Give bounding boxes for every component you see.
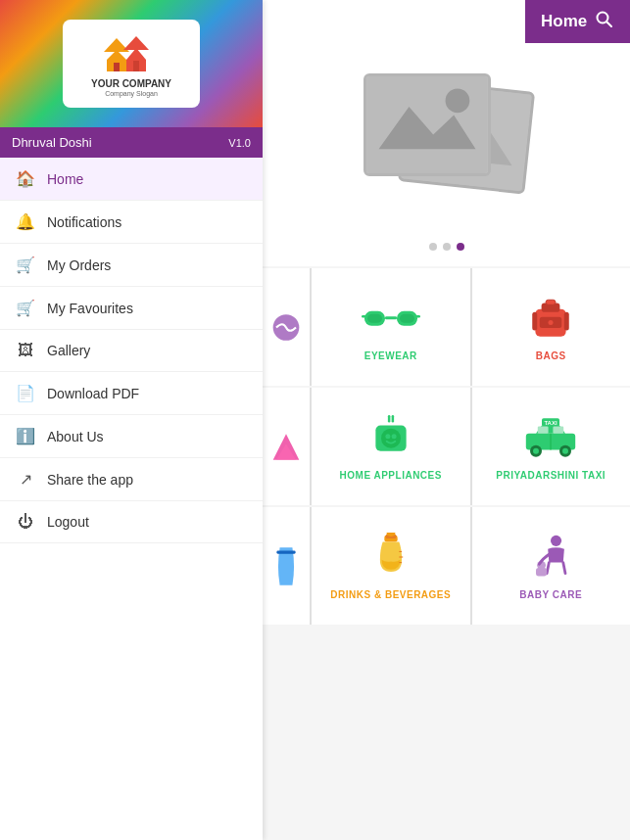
appliances-label: HOME APPLIANCES	[340, 470, 442, 481]
search-icon[interactable]	[595, 10, 614, 34]
photo-stack	[363, 73, 530, 220]
category-card-drinks[interactable]: DRINKS & BEVERAGES	[312, 507, 470, 625]
taxi-icon: TAXI	[521, 413, 580, 462]
nav-label-pdf: Download PDF	[47, 386, 139, 401]
svg-point-13	[445, 88, 469, 113]
sidebar-item-about-us[interactable]: ℹ️ About Us	[0, 415, 263, 458]
svg-rect-5	[133, 61, 139, 71]
category-row-3: DRINKS & BEVERAGES	[263, 507, 630, 625]
user-bar: Dhruval Doshi V1.0	[0, 127, 263, 158]
nav-label-home: Home	[47, 171, 83, 187]
category-card-baby-care[interactable]: BABY CARE	[472, 507, 631, 625]
svg-point-32	[391, 434, 396, 439]
svg-marker-3	[123, 36, 149, 50]
nav-label-orders: My Orders	[47, 257, 111, 273]
nav-label-gallery: Gallery	[47, 343, 90, 358]
category-row-2: HOME APPLIANCES TAXI	[263, 388, 630, 505]
category-card-eyewear[interactable]: EYEWEAR	[312, 268, 470, 386]
category-card-taxi[interactable]: TAXI	[472, 388, 631, 505]
drinks-icon	[362, 533, 420, 582]
svg-rect-39	[554, 426, 564, 433]
dot-1[interactable]	[429, 243, 437, 251]
svg-text:TAXI: TAXI	[545, 419, 558, 425]
svg-rect-19	[415, 315, 420, 317]
svg-rect-21	[400, 313, 414, 322]
gallery-icon: 🖼	[16, 342, 35, 359]
user-name: Dhruval Doshi	[12, 135, 92, 150]
home-icon: 🏠	[16, 169, 35, 188]
photo-front	[363, 73, 491, 176]
eyewear-icon	[362, 294, 420, 343]
sidebar-item-home[interactable]: 🏠 Home	[0, 158, 263, 201]
partial-icon	[267, 310, 306, 345]
sidebar-header: YOUR COMPANY Company Slogan	[0, 0, 263, 127]
appliances-icon	[362, 413, 420, 462]
svg-rect-4	[114, 63, 120, 71]
top-bar: Home	[525, 0, 630, 43]
app-layout: YOUR COMPANY Company Slogan Dhruval Dosh…	[0, 0, 630, 840]
logo-svg	[102, 30, 161, 74]
svg-point-42	[533, 447, 539, 453]
main-area: Home	[263, 0, 630, 840]
svg-rect-38	[538, 426, 549, 433]
slider-dots	[429, 243, 464, 251]
sidebar-item-notifications[interactable]: 🔔 Notifications	[0, 201, 263, 244]
category-card-home-appliances[interactable]: HOME APPLIANCES	[312, 388, 470, 505]
svg-rect-26	[533, 311, 538, 330]
sidebar-item-download-pdf[interactable]: 📄 Download PDF	[0, 372, 263, 415]
category-card-bags[interactable]: BAGS	[472, 268, 631, 386]
category-partial-3[interactable]	[263, 507, 310, 625]
dot-2[interactable]	[443, 243, 451, 251]
svg-rect-27	[564, 311, 569, 330]
category-partial-1[interactable]	[263, 268, 310, 386]
category-partial-2[interactable]	[263, 388, 310, 505]
svg-point-31	[385, 434, 390, 439]
svg-rect-11	[366, 76, 488, 173]
logo-box: YOUR COMPANY Company Slogan	[63, 20, 200, 108]
svg-line-53	[547, 562, 549, 573]
company-name: YOUR COMPANY	[91, 78, 171, 90]
main-content: EYEWEAR BAGS	[263, 43, 630, 840]
bags-label: BAGS	[536, 350, 566, 361]
nav-label-notifications: Notifications	[47, 214, 121, 230]
favourites-icon: 🛒	[16, 299, 35, 317]
logout-icon: ⏻	[16, 513, 35, 531]
taxi-label: PRIYADARSHINI TAXI	[496, 470, 606, 481]
svg-rect-18	[362, 315, 366, 317]
svg-rect-34	[391, 414, 394, 422]
sidebar-item-logout[interactable]: ⏻ Logout	[0, 501, 263, 543]
sidebar-item-share[interactable]: ↗ Share the app	[0, 458, 263, 501]
sidebar-item-gallery[interactable]: 🖼 Gallery	[0, 330, 263, 372]
svg-point-28	[549, 319, 554, 324]
drinks-label: DRINKS & BEVERAGES	[330, 589, 451, 600]
sidebar: YOUR COMPANY Company Slogan Dhruval Dosh…	[0, 0, 263, 840]
nav-label-favourites: My Favourites	[47, 301, 133, 316]
svg-line-7	[607, 22, 612, 26]
svg-point-52	[551, 535, 561, 545]
sidebar-nav: 🏠 Home 🔔 Notifications 🛒 My Orders 🛒 My …	[0, 158, 263, 840]
partial-icon-2	[267, 430, 306, 464]
svg-rect-56	[536, 568, 547, 576]
share-icon: ↗	[16, 470, 35, 489]
sidebar-item-my-favourites[interactable]: 🛒 My Favourites	[0, 287, 263, 330]
page-title: Home	[541, 12, 587, 31]
notifications-icon: 🔔	[16, 212, 35, 231]
svg-rect-24	[546, 300, 556, 304]
dot-3[interactable]	[457, 243, 464, 251]
sidebar-item-my-orders[interactable]: 🛒 My Orders	[0, 244, 263, 287]
slider-image	[278, 59, 614, 235]
logo-icon	[102, 30, 161, 74]
svg-point-30	[381, 428, 401, 447]
nav-label-logout: Logout	[47, 514, 89, 530]
orders-icon: 🛒	[16, 256, 35, 274]
svg-rect-17	[385, 316, 397, 319]
svg-rect-45	[276, 550, 295, 553]
svg-rect-20	[367, 313, 382, 322]
version: V1.0	[228, 137, 251, 149]
nav-label-share: Share the app	[47, 472, 133, 488]
svg-rect-33	[388, 414, 391, 422]
company-slogan: Company Slogan	[105, 90, 158, 97]
bags-icon	[521, 294, 580, 343]
about-icon: ℹ️	[16, 427, 35, 445]
eyewear-label: EYEWEAR	[364, 350, 417, 361]
